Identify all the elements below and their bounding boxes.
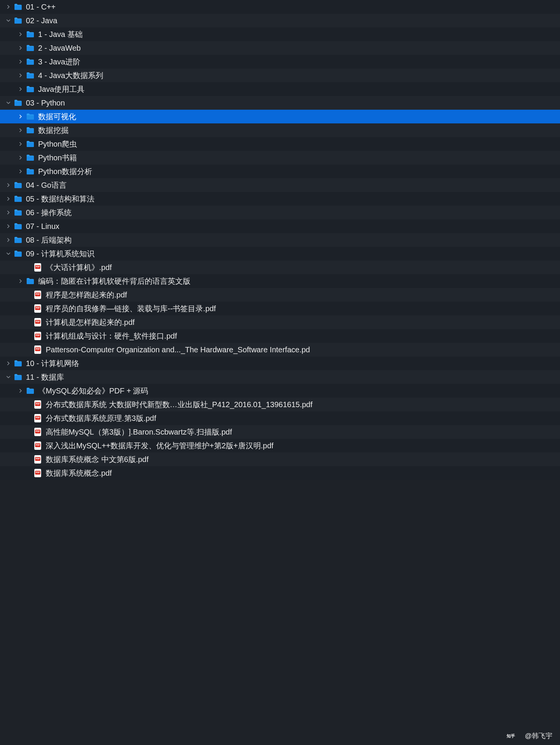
- tree-row[interactable]: Python爬虫: [0, 137, 560, 151]
- folder-icon: [26, 71, 34, 80]
- folder-icon: [26, 277, 34, 285]
- folder-icon: [14, 99, 22, 107]
- tree-row[interactable]: 01 - C++: [0, 0, 560, 14]
- tree-row[interactable]: 数据库系统概念.pdf: [0, 466, 560, 480]
- folder-icon: [26, 140, 34, 148]
- chevron-down-icon[interactable]: [5, 100, 11, 106]
- folder-label: 编码：隐匿在计算机软硬件背后的语言英文版: [38, 276, 190, 286]
- folder-label: 09 - 计算机系统知识: [26, 249, 94, 259]
- folder-icon: [14, 222, 22, 230]
- tree-row[interactable]: Java使用工具: [0, 82, 560, 96]
- pdf-file-icon: [34, 414, 41, 422]
- pdf-file-icon: [34, 263, 41, 272]
- file-label: 《大话计算机》.pdf: [46, 262, 112, 273]
- folder-icon: [26, 153, 34, 162]
- tree-row[interactable]: Python数据分析: [0, 165, 560, 178]
- folder-icon: [14, 236, 22, 244]
- folder-label: 05 - 数据结构和算法: [26, 194, 94, 204]
- chevron-right-icon[interactable]: [18, 278, 24, 284]
- chevron-right-icon[interactable]: [5, 360, 11, 366]
- tree-row[interactable]: 02 - Java: [0, 14, 560, 27]
- chevron-right-icon[interactable]: [18, 141, 24, 147]
- chevron-right-icon[interactable]: [18, 59, 24, 65]
- file-label: 程序是怎样跑起来的.pdf: [46, 290, 127, 300]
- file-label: 数据库系统概念 中文第6版.pdf: [46, 454, 149, 465]
- chevron-right-icon[interactable]: [18, 127, 24, 133]
- tree-row[interactable]: 10 - 计算机网络: [0, 357, 560, 370]
- tree-row[interactable]: 08 - 后端架构: [0, 233, 560, 247]
- tree-row[interactable]: 高性能MySQL（第3版）].Baron.Scbwartz等.扫描版.pdf: [0, 425, 560, 439]
- tree-row[interactable]: 07 - Linux: [0, 219, 560, 233]
- folder-label: 1 - Java 基础: [38, 29, 83, 40]
- file-label: 分布式数据库系统 大数据时代新型数…业出版社_P412_2016.01_1396…: [46, 400, 312, 410]
- file-tree[interactable]: 01 - C++02 - Java1 - Java 基础2 - JavaWeb3…: [0, 0, 560, 480]
- tree-row[interactable]: 3 - Java进阶: [0, 55, 560, 69]
- chevron-right-icon[interactable]: [18, 45, 24, 51]
- chevron-right-icon[interactable]: [18, 86, 24, 92]
- folder-icon: [26, 85, 34, 93]
- chevron-right-icon[interactable]: [18, 31, 24, 37]
- tree-row[interactable]: 2 - JavaWeb: [0, 41, 560, 55]
- chevron-right-icon[interactable]: [18, 72, 24, 78]
- tree-row[interactable]: 《MySQL必知必会》PDF + 源码: [0, 384, 560, 398]
- chevron-right-icon[interactable]: [5, 4, 11, 10]
- folder-icon: [26, 167, 34, 176]
- zhihu-logo-icon: 知乎: [507, 732, 522, 739]
- tree-row[interactable]: 1 - Java 基础: [0, 27, 560, 41]
- tree-row[interactable]: 数据库系统概念 中文第6版.pdf: [0, 452, 560, 466]
- folder-icon: [26, 58, 34, 66]
- tree-row[interactable]: 06 - 操作系统: [0, 206, 560, 219]
- folder-icon: [14, 373, 22, 381]
- chevron-right-icon[interactable]: [18, 388, 24, 394]
- pdf-file-icon: [34, 455, 41, 464]
- folder-icon: [26, 112, 34, 121]
- pdf-file-icon: [34, 441, 41, 450]
- tree-row[interactable]: 11 - 数据库: [0, 370, 560, 384]
- watermark-text: @韩飞宇: [525, 731, 552, 740]
- chevron-right-icon[interactable]: [5, 209, 11, 216]
- tree-row[interactable]: Patterson-Computer Organization and..._T…: [0, 343, 560, 357]
- tree-row[interactable]: 程序员的自我修养—链接、装载与库--书签目录.pdf: [0, 302, 560, 315]
- tree-row[interactable]: 4 - Java大数据系列: [0, 69, 560, 82]
- tree-row[interactable]: 深入浅出MySQL++数据库开发、优化与管理维护+第2版+唐汉明.pdf: [0, 439, 560, 452]
- svg-text:知乎: 知乎: [507, 734, 515, 738]
- tree-row[interactable]: 计算机是怎样跑起来的.pdf: [0, 315, 560, 329]
- folder-icon: [26, 387, 34, 395]
- folder-label: Python数据分析: [38, 166, 92, 177]
- chevron-right-icon[interactable]: [5, 196, 11, 202]
- chevron-down-icon[interactable]: [5, 18, 11, 24]
- folder-label: 08 - 后端架构: [26, 235, 72, 245]
- folder-label: 06 - 操作系统: [26, 208, 72, 218]
- chevron-down-icon[interactable]: [5, 251, 11, 257]
- watermark: 知乎 @韩飞宇: [507, 731, 552, 740]
- chevron-right-icon[interactable]: [5, 223, 11, 229]
- file-label: 数据库系统概念.pdf: [46, 468, 112, 478]
- folder-icon: [14, 195, 22, 203]
- tree-row[interactable]: 05 - 数据结构和算法: [0, 192, 560, 206]
- folder-label: 04 - Go语言: [26, 180, 67, 190]
- tree-row[interactable]: 数据可视化: [0, 110, 560, 123]
- tree-row[interactable]: 03 - Python: [0, 96, 560, 110]
- chevron-right-icon[interactable]: [5, 182, 11, 188]
- tree-row[interactable]: 编码：隐匿在计算机软硬件背后的语言英文版: [0, 274, 560, 288]
- tree-row[interactable]: 04 - Go语言: [0, 178, 560, 192]
- pdf-file-icon: [34, 318, 41, 326]
- pdf-file-icon: [34, 304, 41, 313]
- tree-row[interactable]: 分布式数据库系统 大数据时代新型数…业出版社_P412_2016.01_1396…: [0, 398, 560, 411]
- tree-row[interactable]: 程序是怎样跑起来的.pdf: [0, 288, 560, 302]
- folder-label: Python书籍: [38, 153, 77, 163]
- chevron-right-icon[interactable]: [18, 114, 24, 120]
- folder-icon: [14, 249, 22, 258]
- file-label: 分布式数据库系统原理.第3版.pdf: [46, 413, 156, 424]
- tree-row[interactable]: 数据挖掘: [0, 123, 560, 137]
- tree-row[interactable]: 计算机组成与设计：硬件_软件接口.pdf: [0, 329, 560, 343]
- tree-row[interactable]: 09 - 计算机系统知识: [0, 247, 560, 261]
- chevron-right-icon[interactable]: [5, 237, 11, 243]
- tree-row[interactable]: 《大话计算机》.pdf: [0, 261, 560, 274]
- chevron-right-icon[interactable]: [18, 168, 24, 174]
- pdf-file-icon: [34, 345, 41, 354]
- chevron-down-icon[interactable]: [5, 374, 11, 380]
- chevron-right-icon[interactable]: [18, 155, 24, 161]
- tree-row[interactable]: 分布式数据库系统原理.第3版.pdf: [0, 411, 560, 425]
- tree-row[interactable]: Python书籍: [0, 151, 560, 165]
